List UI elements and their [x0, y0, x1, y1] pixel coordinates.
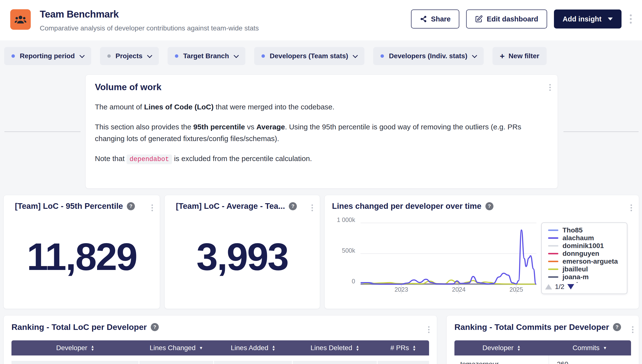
top-header: Team Benchmark Comparative analysis of d… — [0, 0, 642, 40]
new-filter-button[interactable]: + New filter — [493, 47, 547, 65]
filter-dot-icon — [175, 54, 178, 58]
header-actions: Share Edit dashboard Add insight — [411, 9, 633, 29]
column-header-lines-added[interactable]: Lines Added — [214, 340, 292, 356]
sort-desc-icon[interactable] — [199, 346, 203, 350]
edit-dashboard-button[interactable]: Edit dashboard — [466, 10, 547, 28]
volume-of-work-title: Volume of work — [95, 82, 161, 92]
filter-label: Projects — [116, 52, 143, 60]
share-icon — [420, 15, 427, 23]
card-menu-kebab-icon[interactable] — [548, 82, 552, 92]
kpi-card-95th-percentile: [Team] LoC - 95th Percentile ? 11,829 — [4, 195, 160, 309]
dashboard-page: Team Benchmark Comparative analysis of d… — [0, 0, 642, 364]
section-divider-right — [563, 131, 638, 132]
share-button[interactable]: Share — [411, 10, 460, 28]
filter-dot-icon — [12, 54, 15, 58]
help-icon[interactable]: ? — [151, 323, 159, 331]
chevron-down-icon — [353, 53, 358, 58]
column-divider — [549, 356, 549, 364]
card-menu-kebab-icon[interactable] — [630, 325, 635, 334]
kpi-card-average: [Team] LoC - Average - Tea... ? 3,993 — [164, 195, 320, 309]
legend-item-donnguyen[interactable]: donnguyen — [542, 250, 627, 258]
filter-dot-icon — [380, 54, 384, 58]
commits-table-header: Developer Commits — [455, 340, 631, 356]
chevron-down-icon — [79, 53, 84, 58]
legend-item-Tho85[interactable]: Tho85 — [542, 226, 627, 234]
column-header-developer[interactable]: Developer — [12, 340, 139, 356]
filter-label: Target Branch — [183, 52, 229, 60]
filter-projects[interactable]: Projects — [100, 47, 159, 65]
legend-page-indicator: 1/2 — [555, 283, 564, 291]
table-row[interactable] — [12, 361, 429, 364]
legend-label: emerson-argueta — [562, 258, 618, 265]
legend-swatch-icon — [548, 253, 558, 254]
legend-page-up-icon[interactable] — [545, 284, 552, 290]
ranking-loc-title: Ranking - Total LoC per Developer — [12, 322, 147, 332]
legend-item-joana-m[interactable]: joana-m — [542, 273, 627, 281]
help-icon[interactable]: ? — [127, 202, 135, 210]
add-insight-button[interactable]: Add insight — [554, 10, 621, 28]
legend-label: joana-m — [562, 273, 589, 281]
filter-developers-indiv[interactable]: Developers (Indiv. stats) — [373, 47, 484, 65]
column-header-developer[interactable]: Developer — [455, 340, 549, 356]
legend-label: donnguyen — [562, 250, 599, 258]
legend-page-down-icon[interactable] — [567, 284, 574, 290]
legend-label: maxice — [562, 281, 586, 283]
series-line-alachaum — [361, 230, 536, 284]
legend-swatch-icon — [548, 237, 558, 239]
legend-label: jbailleul — [562, 265, 588, 273]
legend-item-emerson-argueta[interactable]: emerson-argueta — [542, 258, 627, 265]
loc-table-header: Developer Lines Changed Lines Added Line… — [12, 340, 429, 356]
sort-icon[interactable] — [356, 345, 359, 351]
card-menu-kebab-icon[interactable] — [310, 203, 314, 213]
kpi-title: [Team] LoC - Average - Tea... — [176, 202, 285, 211]
line-chart — [360, 223, 536, 296]
column-header-lines-changed[interactable]: Lines Changed — [139, 340, 214, 356]
x-tick-label: 2025 — [510, 286, 523, 293]
y-tick-label: 500k — [325, 247, 355, 254]
legend-swatch-icon — [548, 261, 558, 262]
sort-icon[interactable] — [91, 345, 94, 351]
volume-paragraph: This section also provides the 95th perc… — [95, 121, 546, 144]
caret-down-icon — [608, 18, 613, 20]
table-row[interactable]: tomazornour — [460, 360, 499, 364]
sort-icon[interactable] — [412, 345, 416, 351]
help-icon[interactable]: ? — [485, 202, 494, 210]
help-icon[interactable]: ? — [613, 323, 621, 331]
volume-paragraph: Note that dependabot is excluded from th… — [95, 153, 546, 165]
ranking-commits-card: Ranking - Total Commits per Developer ? … — [446, 315, 639, 364]
add-insight-label: Add insight — [563, 15, 601, 23]
card-menu-kebab-icon[interactable] — [629, 203, 633, 213]
x-tick-label: 2024 — [452, 286, 466, 293]
filter-target-branch[interactable]: Target Branch — [168, 47, 245, 65]
sort-icon[interactable] — [272, 345, 275, 351]
sort-icon[interactable] — [517, 345, 521, 351]
legend-label: Tho85 — [562, 226, 582, 234]
legend-item-jbailleul[interactable]: jbailleul — [542, 265, 627, 273]
card-menu-kebab-icon[interactable] — [426, 325, 431, 334]
column-header-lines-deleted[interactable]: Lines Deleted — [292, 340, 377, 356]
volume-paragraph: The amount of Lines of Code (LoC) that w… — [95, 101, 546, 113]
commits-cell: 260 — [557, 360, 568, 364]
filter-label: Developers (Team stats) — [270, 52, 348, 60]
help-icon[interactable]: ? — [289, 202, 297, 210]
legend-label: alachaum — [562, 234, 594, 242]
filter-dot-icon — [107, 54, 111, 58]
card-menu-kebab-icon[interactable] — [150, 203, 154, 213]
dependabot-code-chip: dependabot — [127, 154, 172, 164]
column-header-prs[interactable]: # PRs — [377, 340, 429, 356]
legend-item-dominik1001[interactable]: dominik1001 — [542, 242, 627, 250]
page-menu-kebab-icon[interactable] — [628, 13, 633, 25]
page-subtitle: Comparative analysis of developer contri… — [40, 24, 259, 32]
legend-item-maxice[interactable]: maxice — [542, 281, 627, 283]
legend-swatch-icon — [548, 245, 558, 246]
legend-pager: 1/2 — [545, 283, 574, 291]
ranking-loc-card: Ranking - Total LoC per Developer ? Deve… — [4, 315, 437, 364]
filter-developers-team[interactable]: Developers (Team stats) — [254, 47, 365, 65]
table-row-value[interactable]: 260 — [557, 360, 568, 364]
column-header-commits[interactable]: Commits — [549, 340, 631, 356]
edit-pencil-icon — [475, 15, 483, 23]
kpi-value: 11,829 — [4, 237, 160, 276]
legend-item-alachaum[interactable]: alachaum — [542, 234, 627, 242]
sort-desc-icon[interactable] — [603, 346, 607, 350]
filter-reporting-period[interactable]: Reporting period — [4, 47, 91, 65]
